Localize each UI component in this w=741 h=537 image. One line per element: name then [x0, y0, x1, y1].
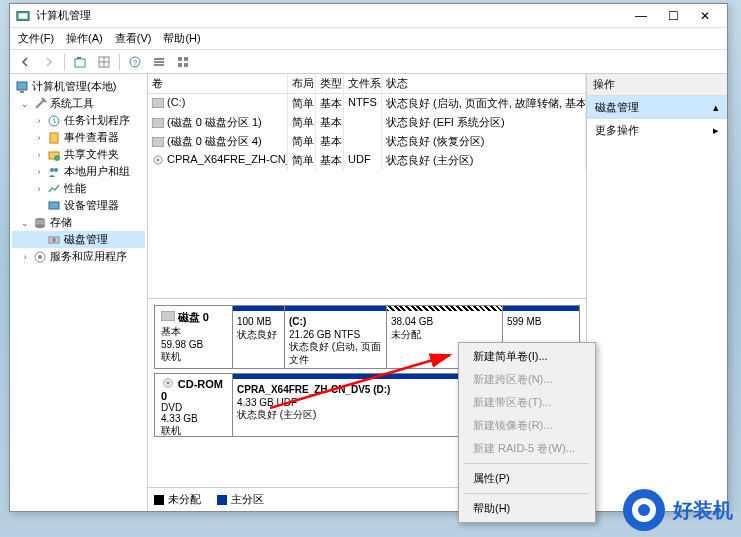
menubar: 文件(F) 操作(A) 查看(V) 帮助(H) [10, 28, 727, 50]
volume-row[interactable]: CPRA_X64FRE_ZH-CN_DV5 (D:)简单基本UDF状态良好 (主… [148, 151, 586, 170]
watermark: 好装机 [623, 489, 733, 531]
tree-task-scheduler[interactable]: ›任务计划程序 [12, 112, 145, 129]
expand-icon[interactable]: › [34, 150, 44, 160]
col-status[interactable]: 状态 [382, 74, 586, 93]
context-menu-item[interactable]: 属性(P) [459, 467, 595, 490]
menu-action[interactable]: 操作(A) [66, 31, 103, 46]
disk-type: 基本 [161, 326, 181, 337]
tree-label: 服务和应用程序 [50, 249, 127, 264]
computer-icon [15, 80, 29, 94]
col-type[interactable]: 类型 [316, 74, 344, 93]
storage-icon [33, 216, 47, 230]
tree-system-tools[interactable]: ⌄系统工具 [12, 95, 145, 112]
svg-rect-2 [75, 59, 85, 67]
context-menu-item: 新建跨区卷(N)... [459, 368, 595, 391]
perf-icon [47, 182, 61, 196]
partition-c[interactable]: (C:)21.26 GB NTFS状态良好 (启动, 页面文件 [285, 306, 387, 368]
titlebar[interactable]: 计算机管理 — ☐ ✕ [10, 4, 727, 28]
view-list-button[interactable] [148, 52, 170, 72]
svg-point-27 [35, 224, 45, 228]
expand-icon[interactable]: ⌄ [20, 218, 30, 228]
expand-icon[interactable]: › [34, 116, 44, 126]
svg-rect-3 [77, 57, 81, 59]
context-menu-item[interactable]: 新建简单卷(I)... [459, 345, 595, 368]
context-menu-item[interactable]: 帮助(H) [459, 497, 595, 520]
clock-icon [47, 114, 61, 128]
menu-file[interactable]: 文件(F) [18, 31, 54, 46]
volume-row[interactable]: (C:)简单基本NTFS状态良好 (启动, 页面文件, 故障转储, 基本数据分.… [148, 94, 586, 113]
volume-list[interactable]: 卷 布局 类型 文件系统 状态 (C:)简单基本NTFS状态良好 (启动, 页面… [148, 74, 586, 299]
close-button[interactable]: ✕ [689, 5, 721, 27]
expand-icon[interactable]: › [34, 184, 44, 194]
tree-disk-management[interactable]: 磁盘管理 [12, 231, 145, 248]
tree-label: 系统工具 [50, 96, 94, 111]
tree-label: 事件查看器 [64, 130, 119, 145]
tree-label: 设备管理器 [64, 198, 119, 213]
help-button[interactable]: ? [124, 52, 146, 72]
expand-icon[interactable]: ⌄ [20, 99, 30, 109]
share-icon [47, 148, 61, 162]
forward-button[interactable] [38, 52, 60, 72]
svg-point-39 [167, 382, 170, 385]
disk-icon [47, 233, 61, 247]
computer-management-window: 计算机管理 — ☐ ✕ 文件(F) 操作(A) 查看(V) 帮助(H) ? 计算… [9, 3, 728, 512]
action-more[interactable]: 更多操作▸ [587, 119, 727, 142]
svg-rect-13 [184, 57, 188, 61]
col-layout[interactable]: 布局 [288, 74, 316, 93]
actions-pane: 操作 磁盘管理▴ 更多操作▸ [587, 74, 727, 511]
col-fs[interactable]: 文件系统 [344, 74, 382, 93]
partition-efi[interactable]: 100 MB状态良好 [233, 306, 285, 368]
cdrom-info[interactable]: CD-ROM 0 DVD 4.33 GB 联机 [155, 374, 233, 436]
expand-icon[interactable]: › [20, 252, 30, 262]
window-title: 计算机管理 [36, 8, 625, 23]
tree-root[interactable]: 计算机管理(本地) [12, 78, 145, 95]
back-button[interactable] [14, 52, 36, 72]
tree-storage[interactable]: ⌄存储 [12, 214, 145, 231]
svg-rect-16 [17, 82, 27, 90]
svg-rect-10 [154, 61, 164, 63]
svg-rect-14 [178, 63, 182, 67]
expand-icon[interactable]: › [34, 167, 44, 177]
expand-up-icon: ▴ [713, 101, 719, 114]
cdrom-size: 4.33 GB [161, 413, 198, 424]
up-button[interactable] [69, 52, 91, 72]
volume-row[interactable]: (磁盘 0 磁盘分区 4)简单基本状态良好 (恢复分区) [148, 132, 586, 151]
tree-local-users[interactable]: ›本地用户和组 [12, 163, 145, 180]
tree-device-manager[interactable]: 设备管理器 [12, 197, 145, 214]
nav-tree[interactable]: 计算机管理(本地) ⌄系统工具 ›任务计划程序 ›事件查看器 ›共享文件夹 ›本… [10, 74, 148, 511]
action-diskmgmt[interactable]: 磁盘管理▴ [587, 96, 727, 119]
col-volume[interactable]: 卷 [148, 74, 288, 93]
context-menu-item: 新建 RAID-5 卷(W)... [459, 437, 595, 460]
tree-performance[interactable]: ›性能 [12, 180, 145, 197]
svg-rect-24 [49, 202, 59, 209]
watermark-text: 好装机 [673, 497, 733, 524]
cdrom-state: 联机 [161, 425, 181, 436]
svg-rect-9 [154, 58, 164, 60]
refresh-button[interactable] [93, 52, 115, 72]
tree-shared-folders[interactable]: ›共享文件夹 [12, 146, 145, 163]
context-menu-item: 新建镜像卷(R)... [459, 414, 595, 437]
svg-point-23 [54, 168, 58, 172]
svg-rect-32 [152, 98, 164, 108]
maximize-button[interactable]: ☐ [657, 5, 689, 27]
svg-rect-33 [152, 118, 164, 128]
view-detail-button[interactable] [172, 52, 194, 72]
disk-icon [161, 311, 175, 321]
svg-rect-37 [161, 311, 175, 321]
disk-size: 59.98 GB [161, 339, 203, 350]
legend-unallocated: 未分配 [154, 492, 201, 507]
tools-icon [33, 97, 47, 111]
context-menu[interactable]: 新建简单卷(I)...新建跨区卷(N)...新建带区卷(T)...新建镜像卷(R… [458, 342, 596, 523]
minimize-button[interactable]: — [625, 5, 657, 27]
svg-rect-12 [178, 57, 182, 61]
disk-label: 磁盘 0 [178, 311, 209, 323]
menu-help[interactable]: 帮助(H) [163, 31, 200, 46]
expand-icon[interactable]: › [34, 133, 44, 143]
menu-view[interactable]: 查看(V) [115, 31, 152, 46]
disk-0-info[interactable]: 磁盘 0 基本 59.98 GB 联机 [155, 306, 233, 368]
tree-event-viewer[interactable]: ›事件查看器 [12, 129, 145, 146]
tree-services[interactable]: ›服务和应用程序 [12, 248, 145, 265]
svg-rect-34 [152, 137, 164, 147]
volume-row[interactable]: (磁盘 0 磁盘分区 1)简单基本状态良好 (EFI 系统分区) [148, 113, 586, 132]
svg-rect-1 [19, 13, 28, 18]
